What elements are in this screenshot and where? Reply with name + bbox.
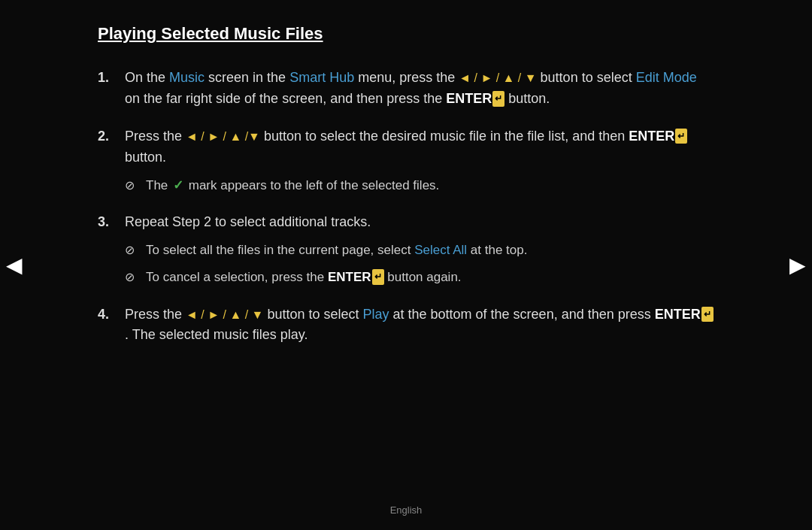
steps-list: On the Music screen in the Smart Hub men…	[98, 68, 714, 346]
step1-music-link: Music	[169, 70, 205, 85]
step2-enter-label: ENTER	[629, 129, 674, 144]
step-2: Press the ◄ / ► / ▲ /▼ button to select …	[98, 126, 714, 195]
step1-smarthub-link: Smart Hub	[289, 70, 354, 85]
play-link: Play	[363, 307, 389, 322]
step4-enter-label: ENTER	[655, 307, 701, 322]
main-content: Playing Selected Music Files On the Musi…	[38, 0, 774, 385]
footer-language: English	[390, 503, 423, 518]
step-3-note-1: To select all the files in the current p…	[125, 241, 714, 260]
step-2-note: The ✓ mark appears to the left of the se…	[125, 176, 714, 195]
step-2-text: Press the ◄ / ► / ▲ /▼ button to select …	[125, 129, 687, 165]
checkmark-icon: ✓	[173, 178, 183, 192]
nav-arrow-right[interactable]: ▶	[789, 249, 806, 281]
step2-arrows: ◄ / ► / ▲ /▼	[186, 130, 260, 143]
step-4: Press the ◄ / ► / ▲ / ▼ button to select…	[98, 304, 714, 347]
step-3-note-2: To cancel a selection, press the ENTER b…	[125, 268, 714, 287]
step-1-text: On the Music screen in the Smart Hub men…	[125, 70, 697, 106]
step-4-text: Press the ◄ / ► / ▲ / ▼ button to select…	[125, 307, 714, 343]
step-3-text: Repeat Step 2 to select additional track…	[125, 214, 371, 229]
step1-editmode-link: Edit Mode	[636, 70, 697, 85]
nav-arrow-left[interactable]: ◀	[6, 249, 23, 281]
select-all-link: Select All	[414, 243, 467, 257]
step3-enter-label: ENTER	[328, 270, 371, 284]
step2-enter-icon	[675, 129, 687, 144]
step3-enter-icon	[372, 269, 384, 285]
step-1: On the Music screen in the Smart Hub men…	[98, 68, 714, 110]
page-title: Playing Selected Music Files	[98, 21, 323, 47]
step1-arrows: ◄ / ► / ▲ / ▼	[459, 71, 536, 84]
step4-arrows: ◄ / ► / ▲ / ▼	[186, 307, 263, 320]
step-3: Repeat Step 2 to select additional track…	[98, 212, 714, 288]
step1-enter-icon	[492, 91, 504, 107]
step1-enter-label: ENTER	[446, 91, 492, 106]
step4-enter-icon	[701, 307, 714, 323]
